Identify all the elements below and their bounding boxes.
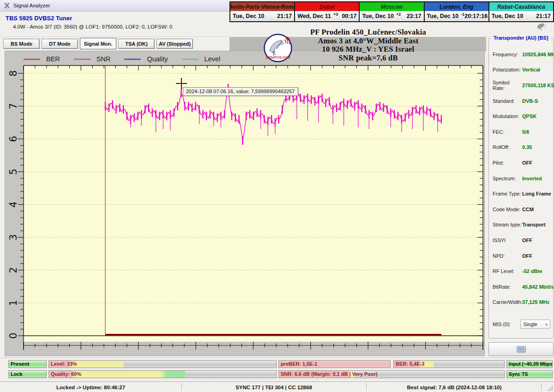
tuner-name: TBS 5925 DVBS2 Tuner — [6, 15, 72, 22]
mode-button-bar: BS Mode DT Mode Signal Mon. TSA (OK) AV … — [3, 39, 193, 49]
clock-time: 23:17 — [407, 13, 422, 19]
clock-time: 21:17 — [536, 13, 551, 19]
field-npd: NPD:OFF — [493, 248, 551, 264]
field-fec: FEC:5/6 — [493, 124, 551, 140]
chevron-down-icon: ▾ — [545, 322, 548, 327]
svg-text:4: 4 — [8, 202, 19, 208]
chart-tooltip: 2024-12-08 07.06.16, value: 7,5999999046… — [183, 87, 298, 96]
field-frequency: Frequency:10925,846 MHz — [493, 47, 551, 62]
tsa-button[interactable]: TSA (OK) — [118, 39, 155, 49]
clock-date: Tue, Dec 10 — [362, 13, 394, 19]
app-icon — [3, 2, 11, 9]
lock-indicator: Lock — [8, 370, 47, 378]
satellite-dish-icon — [536, 23, 548, 31]
svg-text:8: 8 — [8, 70, 19, 76]
svg-text:6: 6 — [8, 136, 19, 142]
bs-mode-button[interactable]: BS Mode — [3, 39, 40, 49]
transponder-tool-button[interactable] — [488, 342, 554, 356]
mis-value: Single — [523, 321, 537, 327]
input-indicator: Input (~40,39 Mbps) — [506, 360, 553, 368]
clock-offset: +2 — [396, 12, 401, 17]
svg-text:1: 1 — [8, 300, 19, 306]
clock-moscow: Moscow Tue, Dec 10+223:17 — [360, 2, 424, 21]
sync-ts-indicator: Sync TS — [506, 370, 553, 378]
field-standard: Standard:DVB-S — [493, 93, 551, 109]
clock-date: Tue, Dec 10 — [427, 13, 459, 19]
world-clock-table: Berlin-Paris-Vienna-Roma Tue, Dec 1021:1… — [229, 1, 554, 22]
quality-legend-swatch — [124, 59, 141, 60]
clock-offset: -1 — [461, 12, 464, 17]
level-legend-swatch — [182, 59, 199, 60]
field-modulation: Modulation:QPSK — [493, 108, 551, 124]
ber-legend-label: BER — [46, 55, 60, 63]
dxsatcs-logo: DXSATCS.COM — [263, 33, 293, 63]
svg-text:5: 5 — [8, 169, 19, 175]
transponder-fields: Frequency:10925,846 MHz Polarization:Ver… — [493, 47, 551, 310]
transponder-panel-title: Transponder (AU) [BS] — [492, 35, 550, 41]
clock-city-label: Dubai — [295, 2, 359, 11]
list-icon — [517, 346, 526, 353]
av-button[interactable]: AV (Stopped) — [157, 39, 193, 49]
field-rolloff: RollOff:0.35 — [493, 140, 551, 155]
level-progressbar: Level: 33% — [48, 360, 277, 368]
status-best-signal: Best signal: 7,6 dB (2024-12-08 18:10) — [366, 382, 542, 392]
clock-date: Wed, Dec 11 — [297, 13, 331, 19]
signal-chart-panel: BER SNR Quality Level 012345678 2024-12-… — [5, 51, 485, 356]
field-pilot: Pilot:OFF — [493, 155, 551, 171]
present-indicator: Present — [8, 360, 47, 368]
clock-time: 21:17 — [277, 13, 292, 19]
field-mis: MIS (0): Single ▾ — [493, 320, 550, 329]
snr-legend-swatch — [74, 59, 90, 60]
ber-progressbar: BER: 5,4E-3 — [393, 360, 505, 368]
status-bar: Locked -> Uptime: 80:46:27 SYNC 177 | TE… — [0, 381, 554, 392]
resize-grip[interactable] — [547, 385, 553, 391]
clock-london: London, Eng Tue, Dec 10-120:17:16 — [425, 2, 489, 21]
divider — [0, 36, 229, 37]
quality-legend-label: Quality — [147, 55, 168, 63]
svg-text:2: 2 — [8, 267, 19, 273]
clock-city-label: London, Eng — [425, 2, 488, 11]
status-lock-uptime: Locked -> Uptime: 80:46:27 — [0, 382, 181, 392]
ber-legend-swatch — [24, 59, 40, 60]
field-issyi: ISSYIOFF — [493, 232, 551, 248]
clock-berlin: Berlin-Paris-Vienna-Roma Tue, Dec 1021:1… — [230, 2, 295, 21]
field-stream-type: Stream type:Transport — [493, 217, 551, 233]
snr-legend-label: SNR — [96, 55, 111, 63]
window-title: Signal Analyzer — [13, 3, 50, 8]
signal-chart[interactable]: 012345678 — [5, 51, 484, 356]
mis-label: MIS (0): — [493, 321, 520, 327]
transponder-panel: Transponder (AU) [BS] Frequency:10925,84… — [488, 38, 554, 339]
field-frame-type: Frame Type:Long Frame — [493, 186, 551, 202]
svg-text:7: 7 — [8, 103, 19, 109]
clock-dubai: Dubai Wed, Dec 11+300:17 — [295, 2, 360, 21]
clock-city-label: Berlin-Paris-Vienna-Roma — [230, 2, 294, 11]
field-carrier-width: CarrierWidth:37,125 MHz — [493, 295, 551, 310]
clock-date: Tue, Dec 10 — [492, 13, 524, 19]
field-spectrum: Spectrum:Inverted — [493, 171, 551, 186]
field-rf-level: RF Level:-52 dBm — [493, 263, 551, 279]
svg-text:3: 3 — [8, 234, 19, 240]
snr-progressbar: SNR: 6,6 dB (Margin: 0,1 dB | Very Poor) — [278, 370, 505, 378]
clock-date: Tue, Dec 10 — [233, 13, 265, 19]
clock-offset: +3 — [333, 12, 338, 17]
divider — [0, 357, 554, 358]
field-symbol-rate: Symbol Rate:27500,118 KS/s — [493, 77, 551, 93]
field-code-mode: Code Mode:CCM — [493, 202, 551, 217]
signal-mon-button[interactable]: Signal Mon. — [80, 38, 116, 49]
field-bitrate: BitRate:45,842 Mbit/s — [493, 279, 551, 295]
clock-city-label: Rabat-Casablanca — [489, 2, 553, 11]
status-sync-counters: SYNC 177 | TEI 304 | CC 12868 — [181, 382, 366, 392]
field-polarization: Polarization:Vertical — [493, 62, 551, 78]
dt-mode-button[interactable]: DT Mode — [42, 39, 78, 49]
preber-progressbar: preBER: 1,5E-1 — [278, 360, 391, 368]
quality-progressbar: Quality: 60% — [48, 370, 277, 378]
clock-time: 20:17:16 — [464, 13, 488, 19]
mis-select[interactable]: Single ▾ — [520, 320, 550, 329]
tuner-config: 4.0W - Amos 3/7 (ID: 3560) @ LOF1: 97500… — [13, 24, 172, 30]
clock-city-label: Moscow — [360, 2, 423, 11]
level-legend-label: Level — [205, 55, 221, 63]
clock-rabat: Rabat-Casablanca Tue, Dec 1021:17 — [489, 2, 553, 21]
svg-text:0: 0 — [8, 333, 19, 339]
chart-legend: BER SNR Quality Level — [24, 54, 220, 64]
svg-text:DXSATCS.COM: DXSATCS.COM — [266, 55, 290, 59]
